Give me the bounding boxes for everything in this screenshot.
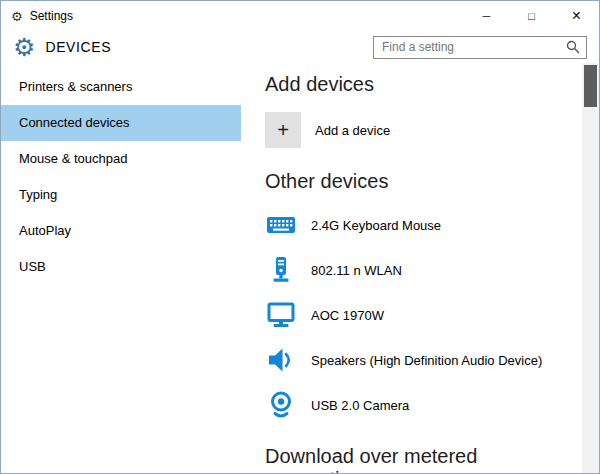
keyboard-icon: [265, 209, 297, 241]
maximize-button[interactable]: □: [509, 1, 554, 31]
sidebar: Printers & scanners Connected devices Mo…: [1, 63, 241, 474]
settings-gear-icon: ⚙: [13, 35, 35, 60]
device-row[interactable]: 2.4G Keyboard Mouse: [265, 209, 582, 241]
search-icon[interactable]: [566, 40, 580, 54]
search-box[interactable]: [373, 36, 587, 59]
wlan-adapter-icon: [265, 254, 297, 286]
device-name: AOC 1970W: [311, 308, 384, 323]
search-input[interactable]: [382, 40, 566, 54]
window-title: Settings: [30, 9, 73, 23]
metered-connections-heading: Download over metered connections: [265, 445, 582, 474]
speaker-icon: [265, 344, 297, 376]
page-header: ⚙ DEVICES: [1, 31, 599, 63]
add-devices-heading: Add devices: [265, 73, 582, 96]
scrollbar[interactable]: [582, 63, 599, 474]
scrollbar-thumb[interactable]: [584, 65, 597, 107]
page-title: DEVICES: [45, 39, 111, 55]
settings-window: ⚙ Settings ─ □ × ⚙ DEVICES Printers & sc…: [0, 0, 600, 474]
webcam-icon: [265, 389, 297, 421]
add-device-button[interactable]: + Add a device: [265, 112, 582, 148]
add-device-label: Add a device: [315, 123, 390, 138]
titlebar: ⚙ Settings ─ □ ×: [1, 1, 599, 31]
sidebar-item-autoplay[interactable]: AutoPlay: [1, 213, 241, 249]
close-button[interactable]: ×: [554, 1, 599, 31]
device-name: USB 2.0 Camera: [311, 398, 409, 413]
main-content: Add devices + Add a device Other devices: [241, 63, 582, 474]
sidebar-item-mouse-touchpad[interactable]: Mouse & touchpad: [1, 141, 241, 177]
device-name: Speakers (High Definition Audio Device): [311, 353, 542, 368]
device-row[interactable]: 802.11 n WLAN: [265, 254, 582, 286]
device-name: 2.4G Keyboard Mouse: [311, 218, 441, 233]
monitor-icon: [265, 299, 297, 331]
device-row[interactable]: AOC 1970W: [265, 299, 582, 331]
device-name: 802.11 n WLAN: [311, 263, 402, 278]
plus-icon[interactable]: +: [265, 112, 301, 148]
app-body: Printers & scanners Connected devices Mo…: [1, 63, 599, 474]
device-row[interactable]: Speakers (High Definition Audio Device): [265, 344, 582, 376]
device-row[interactable]: USB 2.0 Camera: [265, 389, 582, 421]
sidebar-item-printers-scanners[interactable]: Printers & scanners: [1, 69, 241, 105]
sidebar-item-connected-devices[interactable]: Connected devices: [1, 105, 241, 141]
sidebar-item-typing[interactable]: Typing: [1, 177, 241, 213]
gear-icon: ⚙: [11, 10, 23, 23]
other-devices-heading: Other devices: [265, 170, 582, 193]
sidebar-item-usb[interactable]: USB: [1, 249, 241, 285]
minimize-button[interactable]: ─: [464, 1, 509, 31]
